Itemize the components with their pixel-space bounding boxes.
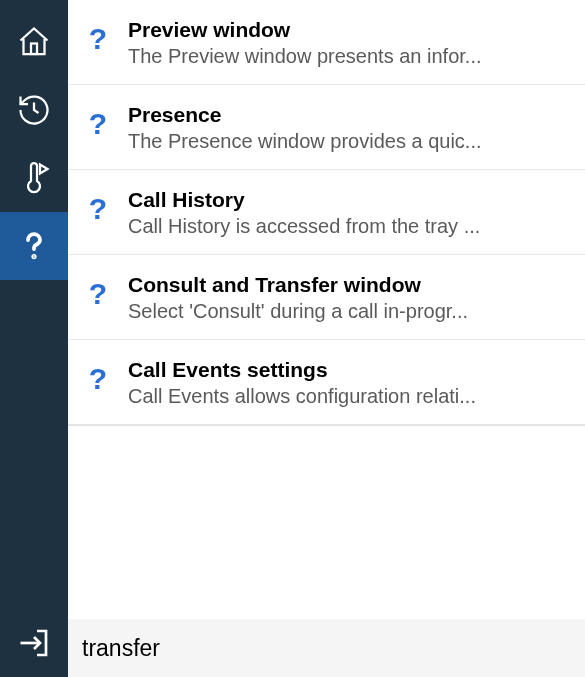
result-item[interactable]: ? Consult and Transfer window Select 'Co… [68,255,585,340]
question-icon: ? [84,277,112,311]
result-title: Consult and Transfer window [128,273,569,297]
search-input[interactable] [82,635,571,662]
result-item[interactable]: ? Call History Call History is accessed … [68,170,585,255]
question-icon: ? [84,22,112,56]
question-icon: ? [84,107,112,141]
sidebar-item-thermometer[interactable] [0,144,68,212]
result-description: The Presence window provides a quic... [128,130,569,153]
result-title: Call Events settings [128,358,569,382]
result-content: Call Events settings Call Events allows … [128,358,569,408]
exit-icon [16,625,52,661]
svg-rect-0 [31,44,37,55]
result-description: Select 'Consult' during a call in-progr.… [128,300,569,323]
history-icon [16,92,52,128]
sidebar-item-home[interactable] [0,8,68,76]
result-title: Preview window [128,18,569,42]
sidebar [0,0,68,677]
main-panel: ? Preview window The Preview window pres… [68,0,585,677]
svg-point-1 [33,256,35,258]
empty-area [68,425,585,426]
result-description: Call Events allows configuration relati.… [128,385,569,408]
result-title: Presence [128,103,569,127]
result-title: Call History [128,188,569,212]
sidebar-item-history[interactable] [0,76,68,144]
result-content: Call History Call History is accessed fr… [128,188,569,238]
result-item[interactable]: ? Call Events settings Call Events allow… [68,340,585,425]
question-icon: ? [84,192,112,226]
result-description: The Preview window presents an infor... [128,45,569,68]
home-icon [16,24,52,60]
result-content: Preview window The Preview window presen… [128,18,569,68]
result-item[interactable]: ? Presence The Presence window provides … [68,85,585,170]
result-item[interactable]: ? Preview window The Preview window pres… [68,0,585,85]
result-content: Presence The Presence window provides a … [128,103,569,153]
result-content: Consult and Transfer window Select 'Cons… [128,273,569,323]
question-icon: ? [84,362,112,396]
sidebar-item-exit[interactable] [0,609,68,677]
question-icon [16,228,52,264]
search-bar [68,619,585,677]
result-description: Call History is accessed from the tray .… [128,215,569,238]
results-list: ? Preview window The Preview window pres… [68,0,585,619]
sidebar-item-help[interactable] [0,212,68,280]
thermometer-icon [16,160,52,196]
